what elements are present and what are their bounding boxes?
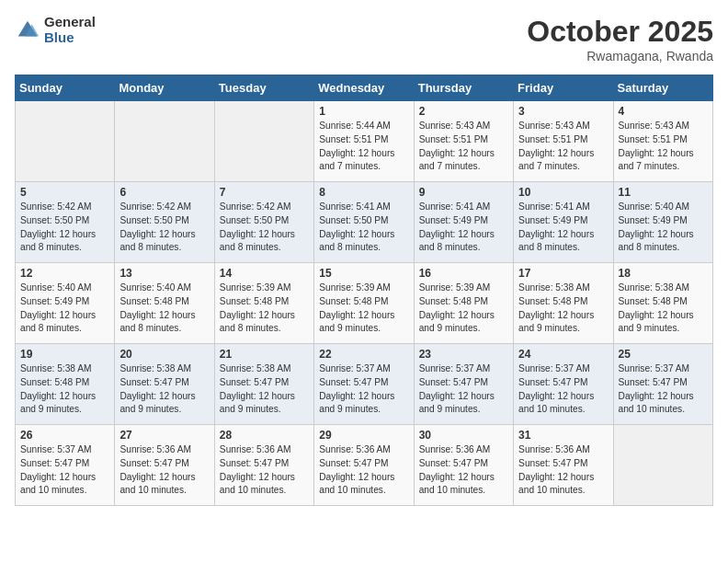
day-number: 3 [518, 105, 608, 118]
calendar-cell: 10Sunrise: 5:41 AMSunset: 5:49 PMDayligh… [514, 182, 613, 263]
day-number: 19 [20, 348, 109, 361]
day-info: Sunrise: 5:43 AMSunset: 5:51 PMDaylight:… [419, 120, 508, 174]
calendar-cell: 27Sunrise: 5:36 AMSunset: 5:47 PMDayligh… [115, 425, 214, 506]
calendar-cell: 29Sunrise: 5:36 AMSunset: 5:47 PMDayligh… [314, 425, 414, 506]
day-number: 14 [220, 267, 309, 280]
calendar-cell: 17Sunrise: 5:38 AMSunset: 5:48 PMDayligh… [514, 263, 613, 344]
day-number: 10 [518, 186, 608, 199]
calendar-cell: 16Sunrise: 5:39 AMSunset: 5:48 PMDayligh… [414, 263, 513, 344]
day-info: Sunrise: 5:40 AMSunset: 5:49 PMDaylight:… [20, 282, 109, 336]
calendar-cell: 5Sunrise: 5:42 AMSunset: 5:50 PMDaylight… [16, 182, 115, 263]
day-info: Sunrise: 5:42 AMSunset: 5:50 PMDaylight:… [20, 201, 109, 255]
weekday-header: Tuesday [214, 75, 313, 101]
day-info: Sunrise: 5:40 AMSunset: 5:49 PMDaylight:… [619, 201, 708, 255]
calendar-cell: 7Sunrise: 5:42 AMSunset: 5:50 PMDaylight… [214, 182, 313, 263]
logo-icon [15, 17, 40, 43]
day-info: Sunrise: 5:36 AMSunset: 5:47 PMDaylight:… [419, 443, 508, 498]
day-number: 8 [319, 186, 408, 199]
day-info: Sunrise: 5:36 AMSunset: 5:47 PMDaylight:… [220, 443, 309, 498]
weekday-header: Sunday [16, 75, 115, 101]
day-number: 2 [419, 105, 508, 118]
calendar-cell: 13Sunrise: 5:40 AMSunset: 5:48 PMDayligh… [115, 263, 214, 344]
day-number: 15 [319, 267, 408, 280]
title-location: Rwamagana, Rwanda [527, 49, 713, 63]
day-info: Sunrise: 5:38 AMSunset: 5:47 PMDaylight:… [119, 362, 209, 417]
day-number: 28 [220, 429, 309, 442]
day-number: 1 [319, 105, 408, 118]
day-number: 5 [20, 186, 109, 199]
calendar-week-row: 1Sunrise: 5:44 AMSunset: 5:51 PMDaylight… [16, 101, 713, 182]
day-info: Sunrise: 5:36 AMSunset: 5:47 PMDaylight:… [518, 443, 608, 498]
day-info: Sunrise: 5:41 AMSunset: 5:49 PMDaylight:… [419, 201, 508, 255]
calendar-cell [613, 425, 712, 506]
day-info: Sunrise: 5:36 AMSunset: 5:47 PMDaylight:… [319, 443, 408, 498]
day-info: Sunrise: 5:41 AMSunset: 5:49 PMDaylight:… [518, 201, 608, 255]
calendar-cell: 21Sunrise: 5:38 AMSunset: 5:47 PMDayligh… [214, 344, 313, 425]
calendar-cell: 8Sunrise: 5:41 AMSunset: 5:50 PMDaylight… [314, 182, 414, 263]
day-info: Sunrise: 5:38 AMSunset: 5:48 PMDaylight:… [619, 282, 708, 336]
calendar-cell: 1Sunrise: 5:44 AMSunset: 5:51 PMDaylight… [314, 101, 414, 182]
calendar-cell: 18Sunrise: 5:38 AMSunset: 5:48 PMDayligh… [613, 263, 712, 344]
day-number: 29 [319, 429, 408, 442]
calendar-week-row: 19Sunrise: 5:38 AMSunset: 5:48 PMDayligh… [16, 344, 713, 425]
day-info: Sunrise: 5:37 AMSunset: 5:47 PMDaylight:… [518, 362, 608, 417]
day-number: 24 [518, 348, 608, 361]
calendar-cell: 22Sunrise: 5:37 AMSunset: 5:47 PMDayligh… [314, 344, 414, 425]
day-info: Sunrise: 5:38 AMSunset: 5:47 PMDaylight:… [220, 362, 309, 417]
logo-text: General Blue [44, 15, 96, 45]
day-number: 22 [319, 348, 408, 361]
day-info: Sunrise: 5:36 AMSunset: 5:47 PMDaylight:… [119, 443, 209, 498]
day-number: 23 [419, 348, 508, 361]
calendar-cell: 31Sunrise: 5:36 AMSunset: 5:47 PMDayligh… [514, 425, 613, 506]
calendar-cell [214, 101, 313, 182]
weekday-header: Monday [115, 75, 214, 101]
logo-general-text: General [44, 15, 96, 30]
day-info: Sunrise: 5:43 AMSunset: 5:51 PMDaylight:… [518, 120, 608, 174]
day-info: Sunrise: 5:42 AMSunset: 5:50 PMDaylight:… [220, 201, 309, 255]
calendar-cell: 19Sunrise: 5:38 AMSunset: 5:48 PMDayligh… [16, 344, 115, 425]
day-number: 13 [119, 267, 209, 280]
day-info: Sunrise: 5:37 AMSunset: 5:47 PMDaylight:… [619, 362, 708, 417]
calendar-cell: 6Sunrise: 5:42 AMSunset: 5:50 PMDaylight… [115, 182, 214, 263]
day-number: 25 [619, 348, 708, 361]
calendar-cell [16, 101, 115, 182]
day-number: 12 [20, 267, 109, 280]
calendar-cell: 23Sunrise: 5:37 AMSunset: 5:47 PMDayligh… [414, 344, 513, 425]
page-header: General Blue October 2025 Rwamagana, Rwa… [15, 15, 713, 63]
calendar-cell: 9Sunrise: 5:41 AMSunset: 5:49 PMDaylight… [414, 182, 513, 263]
day-info: Sunrise: 5:39 AMSunset: 5:48 PMDaylight:… [220, 282, 309, 336]
day-number: 16 [419, 267, 508, 280]
title-month: October 2025 [527, 15, 713, 49]
calendar-cell: 26Sunrise: 5:37 AMSunset: 5:47 PMDayligh… [16, 425, 115, 506]
day-info: Sunrise: 5:44 AMSunset: 5:51 PMDaylight:… [319, 120, 408, 174]
day-info: Sunrise: 5:38 AMSunset: 5:48 PMDaylight:… [20, 362, 109, 417]
day-number: 26 [20, 429, 109, 442]
calendar-table: SundayMondayTuesdayWednesdayThursdayFrid… [15, 75, 713, 506]
day-number: 7 [220, 186, 309, 199]
title-block: October 2025 Rwamagana, Rwanda [527, 15, 713, 63]
weekday-header: Saturday [613, 75, 712, 101]
day-info: Sunrise: 5:37 AMSunset: 5:47 PMDaylight:… [419, 362, 508, 417]
calendar-cell: 11Sunrise: 5:40 AMSunset: 5:49 PMDayligh… [613, 182, 712, 263]
day-number: 27 [119, 429, 209, 442]
weekday-header: Wednesday [314, 75, 414, 101]
calendar-cell: 20Sunrise: 5:38 AMSunset: 5:47 PMDayligh… [115, 344, 214, 425]
day-info: Sunrise: 5:43 AMSunset: 5:51 PMDaylight:… [619, 120, 708, 174]
calendar-cell: 14Sunrise: 5:39 AMSunset: 5:48 PMDayligh… [214, 263, 313, 344]
calendar-week-row: 5Sunrise: 5:42 AMSunset: 5:50 PMDaylight… [16, 182, 713, 263]
calendar-cell: 30Sunrise: 5:36 AMSunset: 5:47 PMDayligh… [414, 425, 513, 506]
day-info: Sunrise: 5:39 AMSunset: 5:48 PMDaylight:… [319, 282, 408, 336]
calendar-cell: 12Sunrise: 5:40 AMSunset: 5:49 PMDayligh… [16, 263, 115, 344]
calendar-week-row: 26Sunrise: 5:37 AMSunset: 5:47 PMDayligh… [16, 425, 713, 506]
calendar-cell: 4Sunrise: 5:43 AMSunset: 5:51 PMDaylight… [613, 101, 712, 182]
day-number: 21 [220, 348, 309, 361]
day-info: Sunrise: 5:40 AMSunset: 5:48 PMDaylight:… [119, 282, 209, 336]
weekday-header: Thursday [414, 75, 513, 101]
calendar-cell: 24Sunrise: 5:37 AMSunset: 5:47 PMDayligh… [514, 344, 613, 425]
logo-blue-text: Blue [44, 30, 96, 46]
day-info: Sunrise: 5:39 AMSunset: 5:48 PMDaylight:… [419, 282, 508, 336]
day-number: 9 [419, 186, 508, 199]
day-number: 30 [419, 429, 508, 442]
logo: General Blue [15, 15, 96, 45]
day-info: Sunrise: 5:41 AMSunset: 5:50 PMDaylight:… [319, 201, 408, 255]
